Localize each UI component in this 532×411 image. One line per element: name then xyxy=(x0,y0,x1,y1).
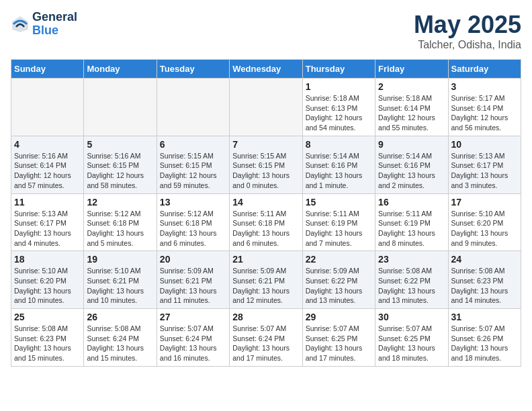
calendar-week-2: 4Sunrise: 5:16 AM Sunset: 6:14 PM Daylig… xyxy=(11,136,521,193)
calendar-day-17: 17Sunrise: 5:10 AM Sunset: 6:20 PM Dayli… xyxy=(448,193,521,251)
weekday-sunday: Sunday xyxy=(11,60,84,79)
day-number: 11 xyxy=(14,197,81,208)
day-number: 12 xyxy=(87,197,153,208)
calendar-empty xyxy=(157,79,229,136)
calendar-day-20: 20Sunrise: 5:09 AM Sunset: 6:21 PM Dayli… xyxy=(157,251,229,309)
day-info: Sunrise: 5:07 AM Sunset: 6:26 PM Dayligh… xyxy=(451,324,518,363)
day-number: 8 xyxy=(306,139,372,150)
day-number: 15 xyxy=(306,197,372,208)
day-info: Sunrise: 5:14 AM Sunset: 6:16 PM Dayligh… xyxy=(378,151,445,191)
day-info: Sunrise: 5:08 AM Sunset: 6:23 PM Dayligh… xyxy=(14,324,81,363)
day-info: Sunrise: 5:18 AM Sunset: 6:13 PM Dayligh… xyxy=(306,93,372,133)
day-number: 7 xyxy=(232,139,299,150)
weekday-thursday: Thursday xyxy=(302,60,375,79)
day-number: 21 xyxy=(232,254,299,265)
day-info: Sunrise: 5:09 AM Sunset: 6:21 PM Dayligh… xyxy=(160,266,226,306)
day-number: 9 xyxy=(378,139,445,150)
day-info: Sunrise: 5:07 AM Sunset: 6:24 PM Dayligh… xyxy=(232,324,299,363)
logo-line1: General xyxy=(32,11,77,24)
day-number: 28 xyxy=(232,312,299,322)
day-info: Sunrise: 5:11 AM Sunset: 6:19 PM Dayligh… xyxy=(306,209,372,248)
day-info: Sunrise: 5:08 AM Sunset: 6:22 PM Dayligh… xyxy=(378,266,445,306)
logo-line2: Blue xyxy=(32,24,77,38)
calendar-day-13: 13Sunrise: 5:12 AM Sunset: 6:18 PM Dayli… xyxy=(157,193,229,251)
day-number: 4 xyxy=(14,139,81,150)
day-info: Sunrise: 5:12 AM Sunset: 6:18 PM Dayligh… xyxy=(160,209,226,248)
calendar-empty xyxy=(84,79,157,136)
calendar-week-5: 25Sunrise: 5:08 AM Sunset: 6:23 PM Dayli… xyxy=(11,309,521,367)
day-number: 29 xyxy=(306,312,372,322)
day-info: Sunrise: 5:16 AM Sunset: 6:15 PM Dayligh… xyxy=(87,151,153,191)
calendar-day-25: 25Sunrise: 5:08 AM Sunset: 6:23 PM Dayli… xyxy=(11,309,84,367)
day-number: 2 xyxy=(378,81,445,92)
calendar-day-1: 1Sunrise: 5:18 AM Sunset: 6:13 PM Daylig… xyxy=(302,79,375,136)
day-number: 31 xyxy=(451,312,518,322)
day-number: 19 xyxy=(87,254,153,265)
calendar-day-2: 2Sunrise: 5:18 AM Sunset: 6:14 PM Daylig… xyxy=(375,79,448,136)
calendar-header: SundayMondayTuesdayWednesdayThursdayFrid… xyxy=(11,60,521,79)
calendar-day-12: 12Sunrise: 5:12 AM Sunset: 6:18 PM Dayli… xyxy=(84,193,157,251)
weekday-monday: Monday xyxy=(84,60,157,79)
logo-icon xyxy=(11,15,30,34)
logo-text: General Blue xyxy=(32,11,77,38)
day-number: 18 xyxy=(14,254,81,265)
calendar-day-31: 31Sunrise: 5:07 AM Sunset: 6:26 PM Dayli… xyxy=(448,309,521,367)
day-info: Sunrise: 5:08 AM Sunset: 6:23 PM Dayligh… xyxy=(451,266,518,306)
calendar-empty xyxy=(230,79,302,136)
weekday-tuesday: Tuesday xyxy=(157,60,229,79)
day-info: Sunrise: 5:17 AM Sunset: 6:14 PM Dayligh… xyxy=(451,93,518,133)
day-number: 16 xyxy=(378,197,445,208)
day-info: Sunrise: 5:07 AM Sunset: 6:24 PM Dayligh… xyxy=(160,324,226,363)
day-info: Sunrise: 5:08 AM Sunset: 6:24 PM Dayligh… xyxy=(87,324,153,363)
day-number: 10 xyxy=(451,139,518,150)
month-title: May 2025 xyxy=(414,11,521,39)
calendar-day-15: 15Sunrise: 5:11 AM Sunset: 6:19 PM Dayli… xyxy=(302,193,375,251)
calendar-day-18: 18Sunrise: 5:10 AM Sunset: 6:20 PM Dayli… xyxy=(11,251,84,309)
calendar-empty xyxy=(11,79,84,136)
header: General Blue May 2025 Talcher, Odisha, I… xyxy=(11,11,521,51)
calendar-day-6: 6Sunrise: 5:15 AM Sunset: 6:15 PM Daylig… xyxy=(157,136,229,193)
calendar-day-5: 5Sunrise: 5:16 AM Sunset: 6:15 PM Daylig… xyxy=(84,136,157,193)
calendar-day-19: 19Sunrise: 5:10 AM Sunset: 6:21 PM Dayli… xyxy=(84,251,157,309)
calendar-week-3: 11Sunrise: 5:13 AM Sunset: 6:17 PM Dayli… xyxy=(11,193,521,251)
day-number: 20 xyxy=(160,254,226,265)
day-number: 6 xyxy=(160,139,226,150)
day-info: Sunrise: 5:09 AM Sunset: 6:21 PM Dayligh… xyxy=(232,266,299,306)
calendar-day-27: 27Sunrise: 5:07 AM Sunset: 6:24 PM Dayli… xyxy=(157,309,229,367)
day-number: 24 xyxy=(451,254,518,265)
calendar-day-11: 11Sunrise: 5:13 AM Sunset: 6:17 PM Dayli… xyxy=(11,193,84,251)
calendar-day-14: 14Sunrise: 5:11 AM Sunset: 6:18 PM Dayli… xyxy=(230,193,302,251)
day-info: Sunrise: 5:13 AM Sunset: 6:17 PM Dayligh… xyxy=(14,209,81,248)
day-number: 14 xyxy=(232,197,299,208)
location-title: Talcher, Odisha, India xyxy=(414,39,521,51)
logo: General Blue xyxy=(11,11,77,38)
day-info: Sunrise: 5:18 AM Sunset: 6:14 PM Dayligh… xyxy=(378,93,445,133)
calendar: SundayMondayTuesdayWednesdayThursdayFrid… xyxy=(11,59,521,367)
day-info: Sunrise: 5:07 AM Sunset: 6:25 PM Dayligh… xyxy=(378,324,445,363)
calendar-day-9: 9Sunrise: 5:14 AM Sunset: 6:16 PM Daylig… xyxy=(375,136,448,193)
day-number: 25 xyxy=(14,312,81,322)
day-info: Sunrise: 5:12 AM Sunset: 6:18 PM Dayligh… xyxy=(87,209,153,248)
day-number: 5 xyxy=(87,139,153,150)
day-number: 3 xyxy=(451,81,518,92)
day-number: 26 xyxy=(87,312,153,322)
calendar-day-16: 16Sunrise: 5:11 AM Sunset: 6:19 PM Dayli… xyxy=(375,193,448,251)
day-info: Sunrise: 5:11 AM Sunset: 6:18 PM Dayligh… xyxy=(232,209,299,248)
calendar-day-7: 7Sunrise: 5:15 AM Sunset: 6:15 PM Daylig… xyxy=(230,136,302,193)
day-number: 30 xyxy=(378,312,445,322)
calendar-day-26: 26Sunrise: 5:08 AM Sunset: 6:24 PM Dayli… xyxy=(84,309,157,367)
calendar-day-28: 28Sunrise: 5:07 AM Sunset: 6:24 PM Dayli… xyxy=(230,309,302,367)
day-info: Sunrise: 5:07 AM Sunset: 6:25 PM Dayligh… xyxy=(306,324,372,363)
day-number: 13 xyxy=(160,197,226,208)
day-info: Sunrise: 5:09 AM Sunset: 6:22 PM Dayligh… xyxy=(306,266,372,306)
title-area: May 2025 Talcher, Odisha, India xyxy=(414,11,521,51)
day-info: Sunrise: 5:10 AM Sunset: 6:21 PM Dayligh… xyxy=(87,266,153,306)
day-number: 1 xyxy=(306,81,372,92)
calendar-week-1: 1Sunrise: 5:18 AM Sunset: 6:13 PM Daylig… xyxy=(11,79,521,136)
calendar-day-30: 30Sunrise: 5:07 AM Sunset: 6:25 PM Dayli… xyxy=(375,309,448,367)
day-info: Sunrise: 5:11 AM Sunset: 6:19 PM Dayligh… xyxy=(378,209,445,248)
day-info: Sunrise: 5:10 AM Sunset: 6:20 PM Dayligh… xyxy=(451,209,518,248)
calendar-day-8: 8Sunrise: 5:14 AM Sunset: 6:16 PM Daylig… xyxy=(302,136,375,193)
calendar-day-24: 24Sunrise: 5:08 AM Sunset: 6:23 PM Dayli… xyxy=(448,251,521,309)
calendar-day-21: 21Sunrise: 5:09 AM Sunset: 6:21 PM Dayli… xyxy=(230,251,302,309)
